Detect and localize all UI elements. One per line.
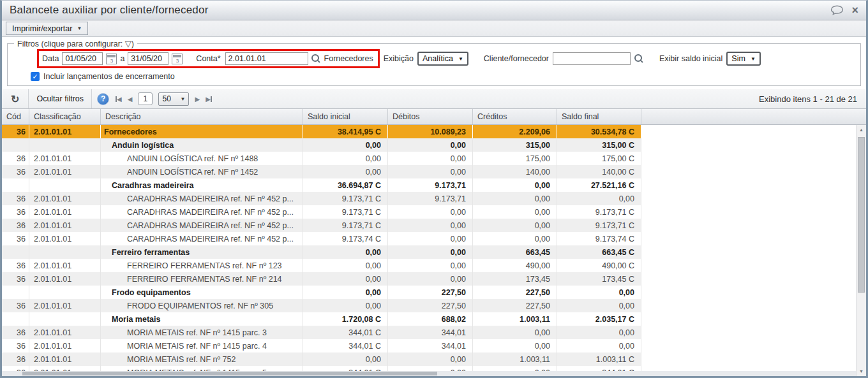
- search-icon[interactable]: [311, 54, 321, 64]
- column-header[interactable]: Saldo inicial: [303, 109, 388, 124]
- client-label: Cliente/fornecedor: [484, 54, 549, 63]
- cell-cod: 36: [2, 366, 29, 371]
- table-row: 362.01.01.01ANDUIN LOGÍSTICA ref. NF nº …: [2, 165, 641, 178]
- client-input[interactable]: [553, 52, 631, 65]
- horizontal-scrollbar[interactable]: [2, 371, 856, 376]
- table-row: 362.01.01.01FERREIRO FERRAMENTAS ref. NF…: [2, 259, 641, 272]
- date-from-input[interactable]: [62, 52, 103, 65]
- table-row: 362.01.01.01CARADHRAS MADEIREIRA ref. NF…: [2, 219, 641, 232]
- cell-saldo_inicial: 0,00: [303, 165, 388, 178]
- vertical-scrollbar[interactable]: ▲ ▼: [856, 125, 866, 376]
- cell-saldo_inicial: 9.173,71 C: [303, 192, 388, 205]
- prev-page-button[interactable]: ◀: [128, 96, 133, 103]
- opening-balance-select[interactable]: Sim ▼: [726, 52, 760, 66]
- column-header[interactable]: Saldo final: [557, 109, 641, 124]
- table-row: 362.01.01.01MORIA METAIS ref. NF nº 1415…: [2, 326, 641, 339]
- comment-icon[interactable]: [830, 5, 844, 15]
- cell-saldo_final: 344,01 C: [557, 366, 641, 371]
- calendar-icon[interactable]: [172, 54, 183, 64]
- cell-descricao: Anduin logística: [101, 138, 303, 152]
- date-to-input[interactable]: [128, 52, 168, 65]
- cell-creditos: 0,00: [473, 205, 557, 219]
- search-icon[interactable]: [634, 54, 644, 64]
- scrollbar-thumb[interactable]: [22, 372, 437, 375]
- cell-debitos: 0,00: [388, 165, 473, 178]
- scrollbar-thumb[interactable]: [858, 137, 865, 293]
- cell-cod: 36: [2, 232, 29, 245]
- cell-saldo_inicial: 0,00: [303, 299, 388, 312]
- cell-saldo_final: 1.003,11 C: [557, 353, 641, 366]
- cell-debitos: 344,01: [388, 326, 473, 339]
- display-select[interactable]: Analítica ▼: [417, 52, 468, 66]
- table-row: 362.01.01.01FRODO EQUIPAMENTOS ref. NF n…: [2, 299, 641, 312]
- cell-classificacao: 2.01.01.01: [29, 272, 101, 286]
- calendar-icon[interactable]: [106, 54, 117, 64]
- cell-debitos: 0,00: [388, 353, 473, 366]
- page-number-input[interactable]: 1: [138, 92, 153, 105]
- cell-saldo_final: 0,00: [557, 286, 641, 299]
- cell-debitos: 0,00: [388, 245, 473, 259]
- cell-classificacao: 2.01.01.01: [29, 165, 101, 178]
- scroll-up-icon[interactable]: ▲: [857, 125, 866, 134]
- hide-filters-button[interactable]: Ocultar filtros: [34, 94, 86, 103]
- table-header-row: CódClassificaçãoDescriçãoSaldo inicialDé…: [2, 109, 866, 125]
- cell-creditos: 0,00: [473, 339, 557, 353]
- cell-creditos: 227,50: [473, 299, 557, 312]
- print-export-button[interactable]: Imprimir/exportar ▼: [6, 22, 88, 35]
- cell-saldo_inicial: 0,00: [303, 259, 388, 272]
- account-input[interactable]: [225, 52, 308, 65]
- cell-creditos: 0,00: [473, 178, 557, 192]
- help-icon[interactable]: ?: [97, 93, 109, 105]
- filters-legend[interactable]: Filtros (clique para configurar: ▽): [14, 39, 137, 48]
- cell-creditos: 173,45: [473, 272, 557, 286]
- table-row: 362.01.01.01CARADHRAS MADEIREIRA ref. NF…: [2, 232, 641, 245]
- cell-classificacao: 2.01.01.01: [29, 366, 101, 371]
- first-page-button[interactable]: ◀: [116, 96, 122, 103]
- cell-classificacao: 2.01.01.01: [29, 219, 101, 232]
- cell-descricao: Caradhras madeireira: [101, 178, 303, 192]
- refresh-icon[interactable]: ↻: [7, 93, 23, 105]
- column-header[interactable]: Descrição: [101, 109, 303, 124]
- cell-saldo_inicial: 36.694,87 C: [303, 178, 388, 192]
- close-icon[interactable]: ×: [851, 4, 858, 16]
- titlebar: Balancete auxiliar por cliente/fornecedo…: [2, 1, 866, 20]
- next-page-button[interactable]: ▶: [195, 96, 200, 103]
- cell-descricao: CARADHRAS MADEIREIRA ref. NF nº 452 p...: [101, 205, 303, 219]
- column-header[interactable]: Cód: [2, 109, 29, 124]
- column-header[interactable]: Débitos: [388, 109, 473, 124]
- column-header[interactable]: Classificação: [29, 109, 101, 124]
- cell-saldo_inicial: 0,00: [303, 272, 388, 286]
- display-label: Exibição: [384, 54, 414, 63]
- cell-creditos: 175,00: [473, 152, 557, 165]
- cell-cod: 36: [2, 259, 29, 272]
- cell-saldo_final: 315,00 C: [557, 138, 641, 152]
- column-header[interactable]: Créditos: [473, 109, 557, 124]
- filter-funnel-icon: ▽: [125, 39, 131, 48]
- cell-cod: [2, 245, 29, 259]
- cell-descricao: FERREIRO FERRAMENTAS ref. NF nº 123: [101, 259, 303, 272]
- cell-descricao: CARADHRAS MADEIREIRA ref. NF nº 452 p...: [101, 232, 303, 245]
- chevron-down-icon: ▼: [77, 25, 82, 31]
- date-label: Data: [42, 54, 59, 63]
- cell-creditos: 2.209,06: [473, 125, 557, 138]
- table-row: Ferreiro ferramentas0,000,00663,45663,45…: [2, 245, 641, 259]
- cell-saldo_inicial: 0,00: [303, 286, 388, 299]
- cell-saldo_inicial: 0,00: [303, 138, 388, 152]
- table-row: 362.01.01.01MORIA METAIS ref. NF nº 1415…: [2, 366, 641, 371]
- cell-creditos: 490,00: [473, 259, 557, 272]
- cell-classificacao: [29, 286, 101, 299]
- scroll-down-icon[interactable]: ▼: [857, 367, 866, 376]
- closing-entries-checkbox[interactable]: ✓: [31, 72, 40, 81]
- cell-cod: 36: [2, 272, 29, 286]
- page-size-select[interactable]: 50 ▼: [158, 92, 189, 106]
- table-body: 362.01.01.01Fornecedores38.414,95 C10.08…: [2, 125, 856, 371]
- cell-descricao: CARADHRAS MADEIREIRA ref. NF nº 452 p...: [101, 192, 303, 205]
- cell-cod: 36: [2, 125, 29, 138]
- cell-saldo_inicial: 9.173,71 C: [303, 205, 388, 219]
- closing-entries-label: Incluir lançamentos de encerramento: [43, 72, 175, 81]
- cell-classificacao: [29, 178, 101, 192]
- cell-cod: 36: [2, 326, 29, 339]
- column-header-filler: [641, 109, 866, 124]
- last-page-button[interactable]: ▶: [206, 96, 212, 103]
- table-row: 362.01.01.01CARADHRAS MADEIREIRA ref. NF…: [2, 192, 641, 205]
